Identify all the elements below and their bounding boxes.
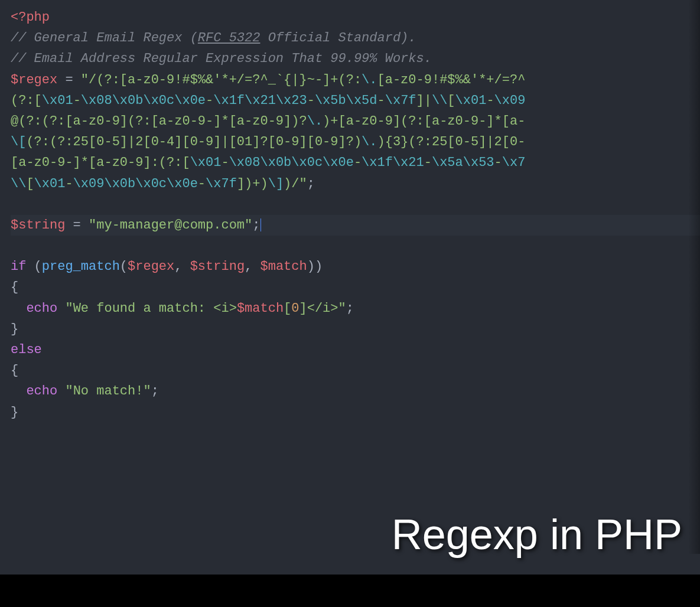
code-line-5[interactable]: (?:[\x01-\x08\x0b\x0c\x0e-\x1f\x21\x23-\… (11, 90, 700, 111)
operator: = (65, 218, 89, 233)
code-line-15[interactable]: echo "We found a match: <i>$match[0]</i>… (11, 298, 700, 319)
string: No match! (73, 384, 144, 399)
operator: = (57, 73, 81, 87)
variable: $string (11, 218, 65, 233)
indent (11, 384, 26, 399)
string-quote: " (65, 384, 73, 399)
variable-interp: $match (237, 301, 284, 316)
right-shadow (688, 0, 700, 554)
string: - (424, 155, 432, 170)
code-line-1[interactable]: <?php (11, 7, 700, 28)
string: - (206, 93, 213, 108)
code-line-2[interactable]: // General Email Regex (RFC 5322 Officia… (11, 28, 700, 48)
string: - (65, 177, 73, 191)
string: - (221, 155, 229, 170)
variable: $regex (128, 259, 174, 274)
brace: } (11, 322, 18, 337)
code-line-19[interactable]: echo "No match!"; (11, 381, 700, 402)
semicolon: ; (151, 384, 159, 399)
code-line-20[interactable]: } (11, 402, 700, 423)
brace: } (11, 405, 18, 420)
code-line-13[interactable]: if (preg_match($regex, $string, $match)) (11, 256, 700, 277)
comment-rfc-link: RFC 5322 (198, 31, 261, 45)
string: /(?:[a-z0-9!#$%&'*+/=?^_`{|}~-]+(?: (89, 73, 362, 87)
comment: Official Standard). (260, 31, 416, 45)
escape: \x01 (42, 93, 73, 108)
string-quote: " (245, 218, 252, 233)
escape: \x01 (34, 177, 66, 191)
string: - (307, 93, 315, 108)
semicolon: ; (307, 177, 315, 191)
brace: { (11, 280, 18, 295)
string: - (73, 93, 81, 108)
escape: \x7f (206, 177, 237, 191)
code-line-3[interactable]: // Email Address Regular Expression That… (11, 48, 700, 69)
brace: { (11, 363, 18, 378)
paren: ( (120, 259, 128, 274)
code-line-8[interactable]: [a-z0-9-]*[a-z0-9]:(?:[\x01-\x08\x0b\x0c… (11, 152, 700, 173)
code-line-14[interactable]: { (11, 277, 700, 298)
escape: \x1f\x21 (362, 155, 424, 170)
semicolon: ; (346, 301, 354, 316)
string: )+[a-z0-9](?:[a-z0-9-]*[a- (323, 114, 525, 129)
bottom-black-band (0, 575, 700, 607)
escape: \x7f (385, 93, 416, 108)
code-line-17[interactable]: else (11, 340, 700, 360)
code-line-blank-12[interactable] (11, 236, 700, 256)
variable: $match (261, 259, 307, 274)
paren: )) (307, 259, 323, 274)
escape: \x7 (502, 155, 526, 170)
escape: \x5a\x53 (432, 155, 494, 170)
code-line-4[interactable]: $regex = "/(?:[a-z0-9!#$%&'*+/=?^_`{|}~-… (11, 70, 700, 90)
code-line-16[interactable]: } (11, 319, 700, 340)
code-editor[interactable]: <?php // General Email Regex (RFC 5322 O… (11, 7, 700, 423)
string: - (198, 177, 206, 191)
escape: \x09\x0b\x0c\x0e (73, 177, 198, 191)
number: 0 (291, 301, 299, 316)
string: ){3}(?:25[0-5]|2[0- (377, 135, 526, 149)
code-line-18[interactable]: { (11, 360, 700, 381)
escape: \x01 (190, 155, 222, 170)
string: </i> (307, 301, 338, 316)
string-quote: " (89, 218, 96, 233)
comma: , (245, 259, 260, 274)
keyword-else: else (11, 342, 42, 357)
code-line-blank-10[interactable] (11, 194, 700, 215)
string-quote: " (299, 177, 307, 191)
code-line-9[interactable]: \\[\x01-\x09\x0b\x0c\x0e-\x7f])+)\])/"; (11, 174, 700, 194)
variable: $string (190, 259, 245, 274)
code-line-11-active[interactable]: $string = "my-manager@comp.com"; (11, 215, 700, 236)
escape: \x08\x0b\x0c\x0e (81, 93, 206, 108)
string: We found a match: <i> (73, 301, 237, 316)
escape: \\ (432, 93, 447, 108)
escape: \[ (11, 135, 26, 149)
string-quote: " (338, 301, 346, 316)
escape: \\ (11, 177, 26, 191)
string: (?:(?:25[0-5]|2[0-4][0-9]|[01]?[0-9][0-9… (26, 135, 362, 149)
escape: \x01 (455, 93, 487, 108)
string: ])+) (237, 177, 268, 191)
variable: $regex (11, 73, 57, 87)
bracket: ] (299, 301, 307, 316)
keyword-echo: echo (26, 301, 57, 316)
escape: \. (362, 135, 377, 149)
string: )/ (284, 177, 299, 191)
overlay-title: Regexp in PHP (392, 501, 682, 569)
keyword-echo: echo (26, 384, 57, 399)
space (57, 301, 65, 316)
php-open-tag: <?php (11, 10, 50, 25)
bracket: [ (284, 301, 291, 316)
semicolon: ; (252, 218, 260, 233)
code-line-7[interactable]: \[(?:(?:25[0-5]|2[0-4][0-9]|[01]?[0-9][0… (11, 132, 700, 152)
comment: // Email Address Regular Expression That… (11, 51, 432, 66)
code-line-6[interactable]: @(?:(?:[a-z0-9](?:[a-z0-9-]*[a-z0-9])?\.… (11, 111, 700, 132)
escape: \x08\x0b\x0c\x0e (229, 155, 354, 170)
string: @(?:(?:[a-z0-9](?:[a-z0-9-]*[a-z0-9])? (11, 114, 307, 129)
string-quote: " (143, 384, 151, 399)
escape: \x5b\x5d (315, 93, 377, 108)
space (57, 384, 65, 399)
keyword-if: if (11, 259, 26, 274)
comment: // General Email Regex ( (11, 31, 198, 45)
paren: ( (26, 259, 41, 274)
string: - (354, 155, 362, 170)
